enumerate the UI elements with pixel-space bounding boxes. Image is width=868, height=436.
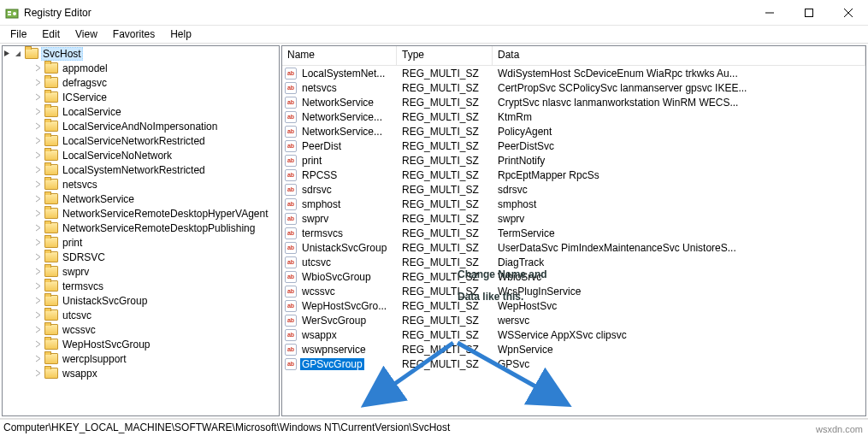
- menu-file[interactable]: File: [3, 27, 33, 42]
- value-name: print: [300, 155, 323, 167]
- expand-icon[interactable]: [33, 180, 43, 189]
- expand-icon[interactable]: [33, 223, 43, 233]
- status-path: Computer\HKEY_LOCAL_MACHINE\SOFTWARE\Mic…: [3, 421, 450, 433]
- list-row[interactable]: abRPCSSREG_MULTI_SZRpcEptMapper RpcSs: [282, 168, 865, 182]
- expand-icon[interactable]: [33, 310, 43, 320]
- minimize-button[interactable]: [750, 0, 789, 25]
- tree-item[interactable]: appmodel: [3, 61, 279, 75]
- list-row[interactable]: abwcssvcREG_MULTI_SZWcsPlugInService: [282, 284, 865, 298]
- folder-icon: [25, 48, 38, 59]
- expand-icon[interactable]: [33, 325, 43, 334]
- folder-icon: [44, 77, 58, 88]
- tree-item[interactable]: wercplsupport: [3, 351, 279, 366]
- value-data: wersvc: [493, 315, 865, 327]
- value-name: termsvcs: [300, 227, 345, 239]
- list-row[interactable]: abNetworkService...REG_MULTI_SZPolicyAge…: [282, 124, 865, 138]
- tree-item[interactable]: swprv: [3, 264, 279, 279]
- value-type: REG_MULTI_SZ: [397, 155, 493, 167]
- list-row[interactable]: abwswpnserviceREG_MULTI_SZWpnService: [282, 342, 865, 356]
- registry-tree[interactable]: SvcHost appmodeldefragsvcICServiceLocalS…: [2, 45, 280, 416]
- value-data: PeerDistSvc: [493, 140, 865, 152]
- tree-item[interactable]: wcssvc: [3, 322, 279, 337]
- menu-edit[interactable]: Edit: [35, 27, 67, 42]
- list-row[interactable]: absdrsvcREG_MULTI_SZsdrsvc: [282, 182, 865, 197]
- expand-icon[interactable]: [33, 267, 43, 276]
- tree-item[interactable]: SDRSVC: [3, 250, 279, 264]
- tree-item[interactable]: NetworkService: [3, 191, 279, 206]
- expand-icon[interactable]: [33, 150, 43, 160]
- list-row[interactable]: abutcsvcREG_MULTI_SZDiagTrack: [282, 255, 865, 269]
- tree-item-label: swprv: [61, 266, 91, 278]
- tree-item[interactable]: netsvcs: [3, 177, 279, 191]
- expand-icon[interactable]: [33, 368, 43, 378]
- list-row[interactable]: abWbioSvcGroupREG_MULTI_SZWbioSrvc: [282, 269, 865, 284]
- expand-icon[interactable]: [14, 49, 23, 58]
- list-row[interactable]: abNetworkServiceREG_MULTI_SZCryptSvc nla…: [282, 95, 865, 109]
- value-data: TermService: [493, 227, 865, 239]
- collapse-icon[interactable]: [3, 49, 12, 58]
- list-row[interactable]: abwsappxREG_MULTI_SZWSService AppXSvc cl…: [282, 327, 865, 342]
- expand-icon[interactable]: [33, 78, 43, 87]
- expand-icon[interactable]: [33, 107, 43, 116]
- tree-item[interactable]: NetworkServiceRemoteDesktopPublishing: [3, 221, 279, 235]
- list-row[interactable]: abGPSvcGroupREG_MULTI_SZGPSvc: [282, 356, 865, 371]
- list-row[interactable]: abPeerDistREG_MULTI_SZPeerDistSvc: [282, 138, 865, 153]
- expand-icon[interactable]: [33, 121, 43, 131]
- value-data: CertPropSvc SCPolicySvc lanmanserver gps…: [493, 82, 865, 94]
- tree-item[interactable]: utcsvc: [3, 308, 279, 322]
- expand-icon[interactable]: [33, 354, 43, 363]
- expand-icon[interactable]: [33, 238, 43, 247]
- list-row[interactable]: abprintREG_MULTI_SZPrintNotify: [282, 153, 865, 168]
- tree-item[interactable]: ICService: [3, 90, 279, 104]
- list-row[interactable]: absmphostREG_MULTI_SZsmphost: [282, 197, 865, 211]
- value-data: UserDataSvc PimIndexMaintenanceSvc Unist…: [493, 242, 865, 254]
- menu-help[interactable]: Help: [163, 27, 198, 42]
- maximize-button[interactable]: [789, 0, 829, 25]
- tree-item[interactable]: LocalService: [3, 104, 279, 119]
- close-button[interactable]: [829, 0, 868, 25]
- tree-item[interactable]: WepHostSvcGroup: [3, 337, 279, 351]
- header-data[interactable]: Data: [493, 46, 865, 65]
- tree-item-label: NetworkServiceRemoteDesktopPublishing: [61, 222, 257, 234]
- value-type: REG_MULTI_SZ: [397, 126, 493, 138]
- expand-icon[interactable]: [33, 281, 43, 291]
- expand-icon[interactable]: [33, 194, 43, 203]
- menu-favorites[interactable]: Favorites: [106, 27, 162, 42]
- expand-icon[interactable]: [33, 252, 43, 262]
- tree-item[interactable]: LocalSystemNetworkRestricted: [3, 162, 279, 177]
- tree-item[interactable]: UnistackSvcGroup: [3, 293, 279, 308]
- expand-icon[interactable]: [33, 209, 43, 218]
- tree-item[interactable]: LocalServiceNetworkRestricted: [3, 133, 279, 148]
- tree-item[interactable]: defragsvc: [3, 75, 279, 90]
- tree-item[interactable]: print: [3, 235, 279, 250]
- tree-root[interactable]: SvcHost: [41, 47, 83, 61]
- list-row[interactable]: abWepHostSvcGro...REG_MULTI_SZWepHostSvc: [282, 298, 865, 313]
- list-row[interactable]: abnetsvcsREG_MULTI_SZCertPropSvc SCPolic…: [282, 80, 865, 95]
- list-row[interactable]: abWerSvcGroupREG_MULTI_SZwersvc: [282, 313, 865, 327]
- expand-icon[interactable]: [33, 165, 43, 174]
- value-data: CryptSvc nlasvc lanmanworkstation WinRM …: [493, 97, 865, 109]
- list-row[interactable]: abUnistackSvcGroupREG_MULTI_SZUserDataSv…: [282, 240, 865, 255]
- list-row[interactable]: abNetworkService...REG_MULTI_SZKtmRm: [282, 109, 865, 124]
- list-row[interactable]: abtermsvcsREG_MULTI_SZTermService: [282, 226, 865, 240]
- expand-icon[interactable]: [33, 63, 43, 73]
- tree-item-label: LocalService: [61, 106, 123, 118]
- tree-item[interactable]: termsvcs: [3, 279, 279, 293]
- header-type[interactable]: Type: [397, 46, 493, 65]
- list-row[interactable]: abswprvREG_MULTI_SZswprv: [282, 211, 865, 226]
- value-data: WSService AppXSvc clipsvc: [493, 329, 865, 341]
- menu-view[interactable]: View: [68, 27, 104, 42]
- expand-icon[interactable]: [33, 296, 43, 305]
- menubar: File Edit View Favorites Help: [0, 26, 868, 43]
- list-body[interactable]: abLocalSystemNet...REG_MULTI_SZWdiSystem…: [282, 66, 865, 415]
- header-name[interactable]: Name: [282, 46, 397, 65]
- tree-item[interactable]: LocalServiceAndNoImpersonation: [3, 119, 279, 133]
- list-row[interactable]: abLocalSystemNet...REG_MULTI_SZWdiSystem…: [282, 66, 865, 80]
- tree-item[interactable]: NetworkServiceRemoteDesktopHyperVAgent: [3, 206, 279, 221]
- expand-icon[interactable]: [33, 136, 43, 145]
- expand-icon[interactable]: [33, 339, 43, 349]
- tree-item[interactable]: wsappx: [3, 366, 279, 380]
- value-name: PeerDist: [300, 140, 343, 152]
- expand-icon[interactable]: [33, 92, 43, 102]
- tree-item[interactable]: LocalServiceNoNetwork: [3, 148, 279, 162]
